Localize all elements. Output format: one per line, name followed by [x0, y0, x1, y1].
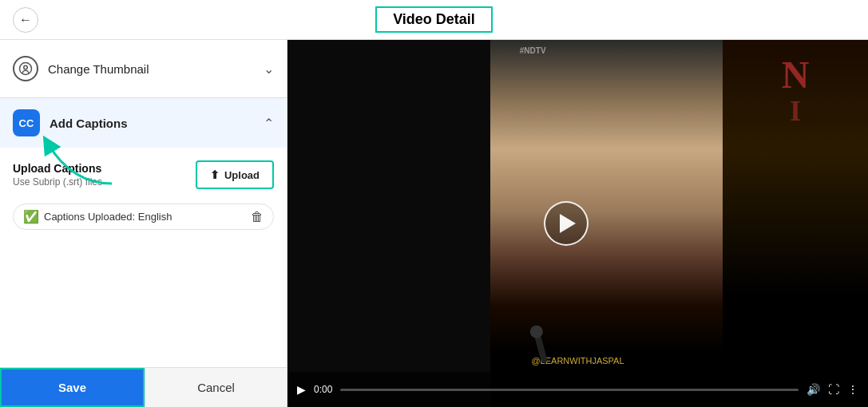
- chevron-up-icon: ⌃: [264, 116, 274, 131]
- delete-icon[interactable]: 🗑: [251, 210, 264, 224]
- video-time: 0:00: [314, 384, 332, 395]
- video-panel: N I #NDTV @LEARNWITHJASPAL ▶ 0:00: [287, 40, 868, 407]
- sign-i: I: [790, 94, 801, 128]
- change-thumbnail-row[interactable]: Change Thumbnail ⌄: [0, 40, 287, 98]
- header: ← Video Detail: [0, 0, 868, 40]
- volume-button[interactable]: 🔊: [807, 383, 820, 396]
- cc-icon: CC: [13, 109, 40, 136]
- video-dark-area: [287, 40, 490, 407]
- main-layout: Change Thumbnail ⌄ CC Add Captions ⌃: [0, 40, 868, 407]
- ndtv-watermark: #NDTV: [520, 46, 546, 55]
- captions-row-left: CC Add Captions: [13, 109, 128, 136]
- check-icon: ✅: [23, 209, 39, 224]
- upload-icon: ⬆: [210, 168, 220, 181]
- sign-n: N: [782, 56, 810, 94]
- page-title: Video Detail: [375, 6, 493, 33]
- upload-info: Upload Captions Use Subrip (.srt) files: [13, 162, 102, 188]
- thumbnail-row-left: Change Thumbnail: [13, 56, 149, 81]
- play-pause-button[interactable]: ▶: [297, 383, 306, 396]
- bottom-buttons: Save Cancel: [0, 367, 287, 407]
- upload-title: Upload Captions: [13, 162, 102, 175]
- captions-uploaded-text: Captions Uploaded: English: [44, 211, 172, 223]
- add-captions-row[interactable]: CC Add Captions ⌃: [0, 98, 287, 148]
- upload-button-label: Upload: [224, 169, 260, 181]
- chevron-down-icon: ⌄: [264, 61, 274, 77]
- back-icon: ←: [19, 13, 32, 27]
- video-right-area: N I: [723, 40, 868, 407]
- video-content: N I #NDTV @LEARNWITHJASPAL ▶ 0:00: [287, 40, 868, 407]
- save-button[interactable]: Save: [0, 368, 145, 407]
- left-panel: Change Thumbnail ⌄ CC Add Captions ⌃: [0, 40, 287, 407]
- play-icon: [560, 214, 576, 233]
- upload-section: Upload Captions Use Subrip (.srt) files …: [0, 148, 287, 197]
- thumbnail-label: Change Thumbnail: [48, 62, 149, 76]
- video-face-area: [490, 40, 723, 352]
- upload-subtitle: Use Subrip (.srt) files: [13, 176, 102, 188]
- video-controls: ▶ 0:00 🔊 ⛶ ⋮: [287, 372, 868, 407]
- back-button[interactable]: ←: [13, 7, 38, 33]
- captions-label: Add Captions: [50, 117, 128, 130]
- cancel-button[interactable]: Cancel: [145, 368, 287, 407]
- thumbnail-icon: [13, 56, 38, 81]
- more-options-button[interactable]: ⋮: [847, 383, 858, 396]
- captions-uploaded-row: ✅ Captions Uploaded: English 🗑: [13, 204, 274, 230]
- upload-button[interactable]: ⬆ Upload: [196, 160, 274, 189]
- captions-uploaded-left: ✅ Captions Uploaded: English: [23, 209, 172, 224]
- progress-bar[interactable]: [340, 389, 799, 391]
- play-button[interactable]: [544, 201, 589, 246]
- svg-point-1: [24, 65, 28, 69]
- fullscreen-button[interactable]: ⛶: [828, 383, 839, 396]
